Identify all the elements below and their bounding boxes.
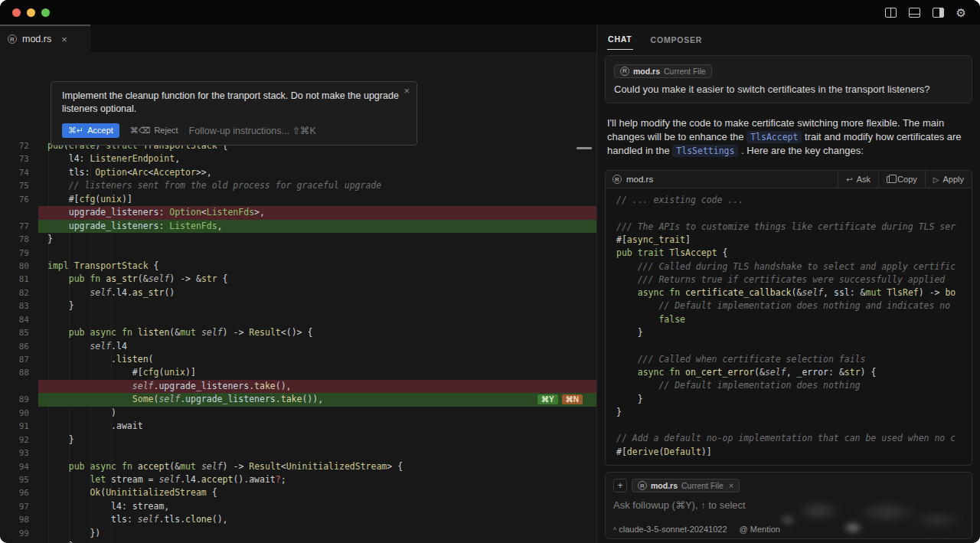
code-line[interactable]: 78}: [0, 233, 596, 246]
code-line[interactable]: 87 .listen(: [0, 353, 596, 366]
zoom-window-button[interactable]: [41, 8, 50, 17]
line-number[interactable]: 79: [0, 247, 38, 260]
context-file-chip[interactable]: R mod.rs Current File: [614, 64, 712, 78]
line-number[interactable]: 81: [0, 273, 38, 286]
code-token: [616, 287, 638, 298]
line-number[interactable]: 91: [0, 420, 38, 433]
code-line[interactable]: 100 }: [0, 540, 596, 543]
copy-label: Copy: [897, 175, 917, 184]
code-line[interactable]: 94 pub async fn accept(&mut self) -> Res…: [0, 460, 596, 473]
chat-scroll-area[interactable]: R mod.rs Current File Could you make it …: [597, 52, 980, 543]
code-line[interactable]: 75 // listeners sent from the old proces…: [0, 179, 596, 192]
chip-remove-icon[interactable]: ×: [729, 481, 733, 490]
code-line[interactable]: 91 .await: [0, 420, 596, 433]
line-number[interactable]: 97: [0, 500, 38, 513]
chat-code-line: [606, 339, 972, 352]
line-number[interactable]: 72: [0, 139, 38, 152]
code-line[interactable]: 99 }): [0, 527, 596, 540]
line-number[interactable]: 99: [0, 527, 38, 540]
line-number[interactable]: 93: [0, 447, 38, 460]
line-number[interactable]: 74: [0, 166, 38, 179]
line-number[interactable]: 94: [0, 460, 38, 473]
line-number[interactable]: 76: [0, 193, 38, 206]
code-line[interactable]: 88 #[cfg(unix)]: [0, 366, 596, 379]
line-number[interactable]: 88: [0, 366, 38, 379]
minimize-window-button[interactable]: [27, 8, 35, 17]
titlebar: ⚙: [0, 0, 980, 25]
apply-button[interactable]: ▷ Apply: [925, 171, 972, 188]
line-number[interactable]: 85: [0, 326, 38, 339]
scrollbar-indicator[interactable]: [577, 147, 592, 149]
reject-label: Reject: [154, 126, 178, 135]
code-line[interactable]: 80impl TransportStack {: [0, 260, 596, 273]
tab-composer[interactable]: COMPOSER: [650, 28, 704, 50]
line-number[interactable]: 75: [0, 179, 38, 192]
close-window-button[interactable]: [12, 8, 21, 17]
panel-right-icon[interactable]: [933, 8, 944, 18]
line-number[interactable]: 84: [0, 313, 38, 326]
line-number[interactable]: 87: [0, 353, 38, 366]
accept-button[interactable]: ⌘↵ Accept: [62, 123, 119, 138]
code-line[interactable]: self.upgrade_listeners.take(),: [0, 380, 596, 393]
line-number[interactable]: 80: [0, 260, 38, 273]
line-number[interactable]: 89: [0, 393, 38, 406]
chat-input-card[interactable]: + R mod.rs Current File × Ask followup (…: [605, 472, 972, 539]
code-line[interactable]: 76 #[cfg(unix)]: [0, 193, 596, 206]
copy-button[interactable]: Copy: [878, 171, 925, 188]
code-line[interactable]: 85 pub async fn listen(&mut self) -> Res…: [0, 326, 596, 339]
tab-chat[interactable]: CHAT: [607, 27, 633, 50]
line-number[interactable]: 73: [0, 152, 38, 165]
line-number[interactable]: 92: [0, 433, 38, 447]
code-line[interactable]: 73 l4: ListenerEndpoint,: [0, 152, 596, 165]
code-editor[interactable]: 72pub(crate) struct TransportStack {73 l…: [0, 52, 596, 543]
code-line[interactable]: 77 upgrade_listeners: ListenFds,: [0, 220, 596, 233]
line-number[interactable]: 90: [0, 407, 38, 420]
model-selector[interactable]: ^ claude-3-5-sonnet-20241022: [613, 525, 727, 534]
code-line[interactable]: 98 tls: self.tls.clone(),: [0, 513, 596, 526]
code-line[interactable]: 93: [0, 447, 596, 460]
code-line[interactable]: 92 }: [0, 433, 596, 447]
line-number[interactable]: 83: [0, 299, 38, 312]
code-token: accept: [201, 474, 234, 485]
line-number[interactable]: 96: [0, 486, 38, 499]
code-token: :: [158, 221, 169, 231]
code-line[interactable]: 97 l4: stream,: [0, 500, 596, 513]
code-token: derive: [627, 447, 659, 457]
code-token: <: [201, 207, 207, 218]
tab-mod-rs[interactable]: R mod.rs ×: [0, 25, 90, 52]
add-context-button[interactable]: +: [613, 479, 627, 492]
line-number[interactable]: 78: [0, 233, 38, 246]
line-number[interactable]: 95: [0, 473, 38, 486]
code-line[interactable]: upgrade_listeners: Option<ListenFds>,: [0, 206, 596, 219]
split-columns-icon[interactable]: [885, 8, 897, 18]
line-number[interactable]: 82: [0, 286, 38, 299]
code-line[interactable]: 81 pub fn as_str(&self) -> &str {: [0, 273, 596, 286]
input-context-file-chip[interactable]: R mod.rs Current File ×: [632, 479, 740, 492]
settings-gear-icon[interactable]: ⚙: [956, 7, 966, 18]
panel-bottom-icon[interactable]: [909, 8, 920, 18]
line-number[interactable]: 77: [0, 220, 38, 233]
ask-button[interactable]: ↩ Ask: [838, 171, 878, 188]
reject-button[interactable]: ⌘⌫ Reject: [130, 126, 178, 136]
window-controls: [12, 8, 50, 17]
code-line[interactable]: 96 Ok(UninitializedStream {: [0, 486, 596, 499]
tab-close-icon[interactable]: ×: [61, 34, 67, 45]
diff-accept-badge[interactable]: ⌘Y: [537, 394, 558, 404]
line-number[interactable]: 100: [0, 540, 38, 543]
code-line[interactable]: 86 self.l4: [0, 340, 596, 353]
code-line[interactable]: 84: [0, 313, 596, 326]
line-number[interactable]: [0, 206, 38, 219]
followup-instructions-input[interactable]: Follow-up instructions... ⇧⌘K: [189, 125, 316, 136]
line-number[interactable]: 86: [0, 340, 38, 353]
line-number[interactable]: 98: [0, 513, 38, 526]
code-line[interactable]: 79: [0, 247, 596, 260]
code-line[interactable]: 89 Some(self.upgrade_listeners.take()),⌘…: [0, 393, 596, 406]
prompt-close-icon[interactable]: ×: [403, 85, 410, 96]
diff-reject-badge[interactable]: ⌘N: [562, 394, 583, 404]
code-line[interactable]: 82 self.l4.as_str(): [0, 286, 596, 299]
code-line[interactable]: 74 tls: Option<Arc<Acceptor>>,: [0, 166, 596, 179]
code-line[interactable]: 95 let stream = self.l4.accept().await?;: [0, 473, 596, 486]
code-line[interactable]: 90 ): [0, 407, 596, 420]
code-line[interactable]: 83 }: [0, 299, 596, 312]
line-number[interactable]: [0, 380, 38, 393]
